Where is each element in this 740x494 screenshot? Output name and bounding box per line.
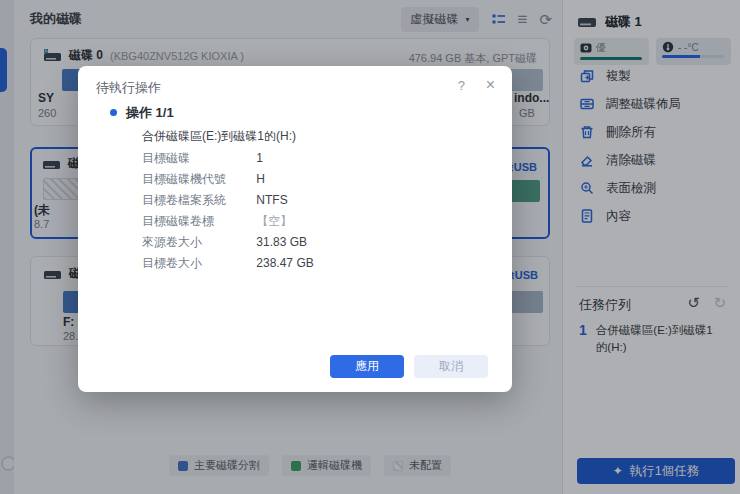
close-icon[interactable]: ×: [486, 76, 495, 94]
help-icon[interactable]: ?: [458, 78, 465, 93]
detail-row: 目標磁碟機代號 H: [142, 171, 265, 188]
detail-value: 1: [256, 151, 263, 165]
detail-value: 238.47 GB: [256, 256, 313, 270]
detail-label: 目標磁碟機代號: [142, 171, 253, 188]
detail-label: 目標磁碟卷標: [142, 213, 253, 230]
pending-operations-dialog: 待執行操作 ? × 操作 1/1 合併磁碟區(E:)到磁碟1的(H:) 目標磁碟…: [78, 66, 512, 392]
detail-value: 【空】: [256, 214, 292, 228]
detail-label: 目標磁碟: [142, 150, 253, 167]
detail-value: 31.83 GB: [256, 235, 307, 249]
detail-label: 目標卷檔案系統: [142, 192, 253, 209]
detail-value: NTFS: [256, 193, 287, 207]
detail-label: 來源卷大小: [142, 234, 253, 251]
detail-row: 目標磁碟卷標 【空】: [142, 213, 292, 230]
cancel-button[interactable]: 取消: [414, 355, 488, 378]
detail-row: 來源卷大小 31.83 GB: [142, 234, 307, 251]
operation-header: 操作 1/1: [126, 104, 174, 122]
dialog-title: 待執行操作: [96, 79, 161, 97]
detail-row: 目標卷檔案系統 NTFS: [142, 192, 288, 209]
detail-label: 目標卷大小: [142, 255, 253, 272]
detail-row: 目標磁碟 1: [142, 150, 263, 167]
detail-row: 目標卷大小 238.47 GB: [142, 255, 314, 272]
operation-description: 合併磁碟區(E:)到磁碟1的(H:): [142, 128, 296, 145]
detail-value: H: [256, 172, 265, 186]
operation-bullet: [110, 109, 117, 116]
apply-button[interactable]: 應用: [330, 355, 404, 378]
